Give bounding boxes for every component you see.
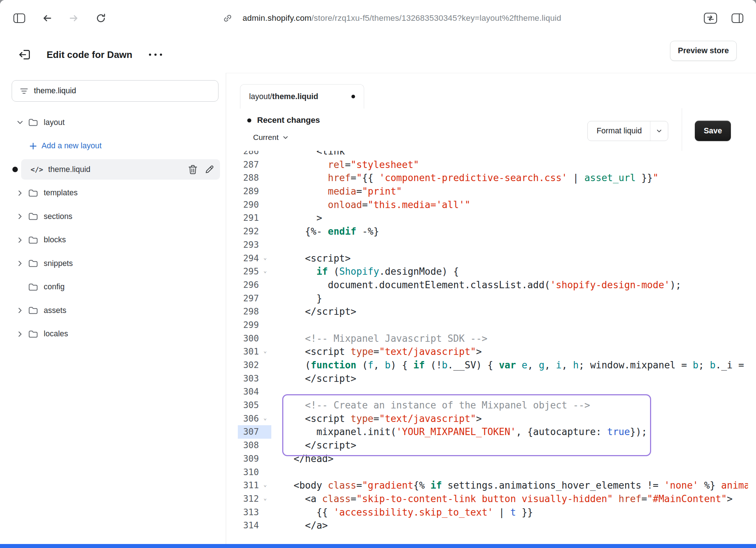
code-row[interactable]: 286 <link	[238, 151, 748, 158]
code-editor[interactable]: 286 <link287 rel="stylesheet"288 href="{…	[238, 151, 748, 544]
code-row[interactable]: 287 rel="stylesheet"	[238, 158, 748, 172]
chevron-right-icon[interactable]	[16, 308, 24, 313]
code-line[interactable]: href="{{ 'component-predictive-search.cs…	[271, 171, 658, 185]
code-row[interactable]: 304	[238, 385, 748, 399]
reload-icon[interactable]	[95, 13, 106, 24]
code-row[interactable]: 307 mixpanel.init('YOUR_MIXPANEL_TOKEN',…	[238, 425, 748, 439]
code-row[interactable]: 308 </script>	[238, 439, 748, 452]
sidebar-item-config[interactable]: config	[0, 277, 226, 297]
chevron-right-icon[interactable]	[16, 261, 24, 266]
code-row[interactable]: 305 <!-- Create an instance of the Mixpa…	[238, 399, 748, 412]
code-line[interactable]: }	[271, 292, 322, 305]
code-row[interactable]: 292 {%- endif -%}	[238, 225, 748, 238]
code-row[interactable]: 311⌄ <body class="gradient{% if settings…	[238, 479, 748, 492]
fold-chevron-icon[interactable]: ⌄	[259, 264, 271, 278]
sidebar-item-sections[interactable]: sections	[0, 206, 226, 227]
code-line[interactable]: {{ 'accessibility.skip_to_text' | t }}	[271, 506, 533, 519]
forward-arrow-icon[interactable]	[68, 13, 79, 24]
code-line[interactable]: if (Shopify.designMode) {	[271, 265, 459, 278]
chevron-right-icon[interactable]	[16, 190, 24, 196]
format-liquid-button[interactable]: Format liquid	[587, 121, 668, 141]
version-dropdown[interactable]: Current	[253, 133, 288, 142]
file-search-input[interactable]: theme.liquid	[12, 80, 218, 102]
code-row[interactable]: 314 </a>	[238, 519, 748, 532]
right-panel-toggle-icon[interactable]	[731, 13, 744, 23]
sidebar-toggle-icon[interactable]	[13, 13, 25, 23]
preview-store-button[interactable]: Preview store	[670, 41, 737, 61]
code-line[interactable]: (function (f, b) { if (!b.__SV) { var e,…	[271, 359, 744, 372]
code-line[interactable]: <script>	[271, 252, 351, 265]
code-row[interactable]: 299	[238, 318, 748, 332]
code-line[interactable]: </a>	[271, 519, 328, 532]
sidebar-item-theme-liquid[interactable]: </> theme.liquid	[21, 159, 220, 180]
chevron-down-icon[interactable]	[16, 121, 24, 124]
add-new-layout-button[interactable]: Add a new layout	[0, 136, 226, 156]
sidebar-item-templates[interactable]: templates	[0, 183, 226, 203]
code-line[interactable]: <link	[271, 151, 345, 158]
code-row[interactable]: 298 </script>	[238, 305, 748, 318]
delete-file-icon[interactable]	[188, 165, 197, 175]
code-row[interactable]: 296 document.documentElement.classList.a…	[238, 278, 748, 292]
code-line[interactable]: mixpanel.init('YOUR_MIXPANEL_TOKEN', {au…	[271, 425, 647, 439]
code-row[interactable]: 309 </head>	[238, 452, 748, 466]
code-line[interactable]: <script type="text/javascript">	[271, 345, 482, 359]
code-row[interactable]: 313 {{ 'accessibility.skip_to_text' | t …	[238, 506, 748, 519]
chevron-right-icon[interactable]	[16, 237, 24, 243]
code-row[interactable]: 289 media="print"	[238, 185, 748, 198]
code-line[interactable]: {%- endif -%}	[271, 225, 379, 238]
code-line[interactable]: </script>	[271, 372, 357, 385]
code-line[interactable]: </script>	[271, 305, 357, 318]
fold-chevron-icon[interactable]: ⌄	[259, 478, 271, 492]
code-line[interactable]: <!-- Create an instance of the Mixpanel …	[271, 399, 590, 412]
extensions-icon[interactable]	[704, 12, 717, 24]
code-line[interactable]: <!-- Mixpanel Javascript SDK -->	[271, 332, 488, 345]
code-line[interactable]: <script type="text/javascript">	[271, 412, 482, 426]
code-line[interactable]	[271, 385, 282, 399]
code-row[interactable]: 290 onload="this.media='all'"	[238, 198, 748, 212]
code-line[interactable]: </head>	[271, 452, 334, 466]
code-row[interactable]: 293	[238, 238, 748, 252]
code-row[interactable]: 301⌄ <script type="text/javascript">	[238, 345, 748, 359]
code-row[interactable]: 302 (function (f, b) { if (!b.__SV) { va…	[238, 359, 748, 372]
code-row[interactable]: 300 <!-- Mixpanel Javascript SDK -->	[238, 332, 748, 345]
sidebar-item-snippets[interactable]: snippets	[0, 253, 226, 274]
save-button[interactable]: Save	[695, 121, 731, 141]
code-line[interactable]: onload="this.media='all'"	[271, 198, 470, 212]
back-arrow-icon[interactable]	[42, 13, 52, 24]
code-line[interactable]: <body class="gradient{% if settings.anim…	[271, 479, 748, 492]
code-row[interactable]: 288 href="{{ 'component-predictive-searc…	[238, 171, 748, 185]
code-line[interactable]: media="print"	[271, 185, 402, 198]
code-row[interactable]: 291 >	[238, 211, 748, 225]
code-row[interactable]: 294⌄ <script>	[238, 252, 748, 265]
fold-chevron-icon[interactable]: ⌄	[259, 251, 271, 265]
code-row[interactable]: 303 </script>	[238, 372, 748, 385]
code-line[interactable]	[271, 238, 282, 252]
code-line[interactable]: <a class="skip-to-content-link button vi…	[271, 492, 733, 506]
code-line[interactable]: document.documentElement.classList.add('…	[271, 278, 681, 292]
fold-chevron-icon[interactable]: ⌄	[259, 492, 271, 505]
code-line[interactable]	[271, 318, 282, 332]
code-row[interactable]: 310	[238, 466, 748, 479]
code-row[interactable]: 312⌄ <a class="skip-to-content-link butt…	[238, 492, 748, 506]
code-line[interactable]	[271, 466, 282, 479]
sidebar-item-layout[interactable]: layout	[0, 112, 226, 133]
code-line[interactable]: rel="stylesheet"	[271, 158, 419, 172]
fold-chevron-icon[interactable]: ⌄	[259, 411, 271, 425]
code-row[interactable]: 295⌄ if (Shopify.designMode) {	[238, 265, 748, 278]
tab-theme-liquid[interactable]: layout/theme.liquid	[240, 84, 364, 109]
code-line[interactable]: </script>	[271, 439, 357, 452]
address-bar[interactable]: admin.shopify.com/store/rzq1xu-f5/themes…	[223, 0, 561, 36]
code-row[interactable]: 297 }	[238, 292, 748, 305]
chevron-right-icon[interactable]	[16, 331, 24, 337]
sidebar-item-assets[interactable]: assets	[0, 300, 226, 321]
more-options-button[interactable]	[149, 54, 162, 56]
rename-file-icon[interactable]	[205, 165, 214, 175]
exit-editor-icon[interactable]	[17, 47, 32, 62]
sidebar-item-locales[interactable]: locales	[0, 324, 226, 344]
format-options-chevron[interactable]	[650, 129, 668, 133]
chevron-right-icon[interactable]	[16, 214, 24, 219]
sidebar-item-blocks[interactable]: blocks	[0, 230, 226, 250]
fold-chevron-icon[interactable]: ⌄	[259, 344, 271, 358]
code-line[interactable]: >	[271, 211, 322, 225]
code-row[interactable]: 306⌄ <script type="text/javascript">	[238, 412, 748, 426]
